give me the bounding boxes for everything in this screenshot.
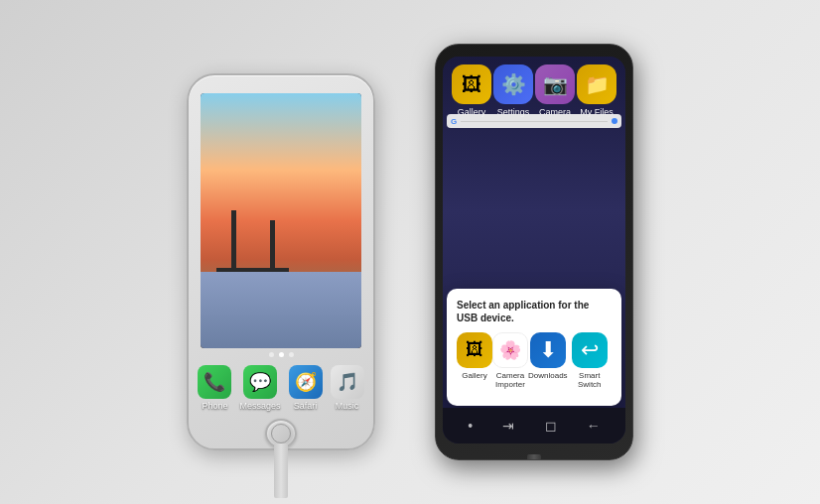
dialog-smart-switch-icon: ↩ [572,332,608,368]
dialog-app-smart-switch[interactable]: ↩ Smart Switch [568,332,612,390]
scene: 📞 Phone 💬 Messages 🧭 Safari 🎵 Music [0,0,820,504]
dialog-app-gallery[interactable]: 🖼 Gallery [457,332,492,390]
camera-icon: 📷 [535,64,575,104]
dialog-camera-importer-label: CameraImporter [495,371,525,390]
dialog-downloads-icon: ⬇ [530,332,566,368]
gallery-icon: 🖼 [452,64,491,104]
app-safari[interactable]: 🧭 Safari [289,365,323,411]
music-icon: 🎵 [331,365,364,399]
water-reflection [201,272,361,348]
bridge-tower-right [270,220,275,271]
dot-3 [289,352,294,357]
iphone-device: 📞 Phone 💬 Messages 🧭 Safari 🎵 Music [187,73,375,450]
samsung-app-settings[interactable]: ⚙️ Settings [493,64,533,117]
dialog-app-downloads[interactable]: ⬇ Downloads [528,332,568,390]
iphone-screen [201,93,361,348]
settings-icon: ⚙️ [493,64,533,104]
dialog-gallery-icon: 🖼 [457,332,492,368]
dialog-app-camera-importer[interactable]: 🌸 CameraImporter [492,332,528,390]
nav-home-icon[interactable]: ◻ [545,418,557,434]
samsung-screen: 🖼 Gallery ⚙️ Settings 📷 Camera 📁 My File… [443,57,625,443]
bridge-silhouette [216,170,289,272]
search-dot [612,118,617,124]
messages-icon: 💬 [243,365,277,399]
nav-recent-icon[interactable]: ⇥ [502,418,514,434]
home-button-ring [271,424,291,443]
search-bar[interactable]: G [447,114,621,128]
messages-label: Messages [239,401,280,411]
nav-dot: • [468,418,473,434]
iphone-page-dots [269,352,294,357]
samsung-wallpaper: 🖼 Gallery ⚙️ Settings 📷 Camera 📁 My File… [443,57,625,443]
samsung-top-apps: 🖼 Gallery ⚙️ Settings 📷 Camera 📁 My File… [443,64,625,117]
dialog-app-list: 🖼 Gallery 🌸 CameraImporter ⬇ Downloads [457,332,612,390]
samsung-app-camera[interactable]: 📷 Camera [535,64,575,117]
dot-2 [279,352,284,357]
google-g: G [451,117,457,126]
safari-label: Safari [294,401,318,411]
app-music[interactable]: 🎵 Music [331,365,364,411]
bridge-road [216,268,289,272]
safari-icon: 🧭 [289,365,323,399]
dialog-gallery-label: Gallery [462,371,486,381]
samsung-navbar: • ⇥ ◻ ← [443,408,625,443]
dialog-camera-importer-icon: 🌸 [492,332,528,368]
samsung-cable [527,454,541,460]
nav-back-icon[interactable]: ← [587,418,601,434]
app-messages[interactable]: 💬 Messages [239,365,280,411]
dialog-title: Select an application for the USB device… [457,299,612,324]
search-divider [461,121,608,122]
dialog-smart-switch-label: Smart Switch [568,371,612,390]
iphone-cable [274,443,288,498]
samsung-app-myfiles[interactable]: 📁 My Files [577,64,616,117]
phone-icon: 📞 [198,365,231,399]
app-phone[interactable]: 📞 Phone [198,365,231,411]
iphone-dock: 📞 Phone 💬 Messages 🧭 Safari 🎵 Music [198,365,363,411]
dot-1 [269,352,274,357]
music-label: Music [336,401,359,411]
dialog-downloads-label: Downloads [528,371,568,381]
bridge-tower-left [231,210,236,272]
samsung-app-gallery[interactable]: 🖼 Gallery [452,64,491,117]
myfiles-icon: 📁 [577,64,616,104]
phone-label: Phone [202,401,227,411]
usb-dialog: Select an application for the USB device… [447,289,621,406]
iphone-wallpaper [201,93,361,348]
samsung-device: 🖼 Gallery ⚙️ Settings 📷 Camera 📁 My File… [435,44,633,460]
